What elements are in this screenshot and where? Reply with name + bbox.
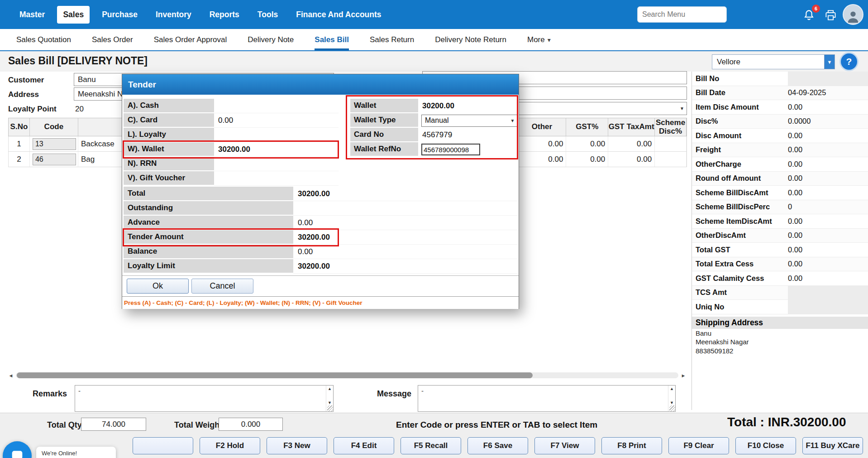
menu-inventory[interactable]: Inventory — [150, 6, 197, 24]
cell-sno: 2 — [9, 152, 30, 167]
tender-dialog-header: Tender — [122, 74, 519, 95]
cell-other: 0.00 — [518, 136, 567, 151]
select-arrow-icon: ▼ — [508, 115, 517, 126]
tab-sales-quotation[interactable]: Sales Quotation — [16, 29, 71, 50]
scroll-up-icon[interactable]: ▲ — [328, 386, 332, 391]
user-icon — [845, 9, 861, 24]
wallet-amount[interactable]: 30200.00 — [214, 142, 339, 157]
print-button[interactable] — [823, 7, 838, 23]
sidebar-row-gst-calamity-cess: GST Calamity Cess0.00 — [692, 271, 868, 286]
menu-master[interactable]: Master — [14, 6, 51, 24]
loyalty-amount[interactable] — [214, 128, 339, 142]
scroll-left-icon[interactable]: ◄ — [7, 373, 14, 378]
wallet-type-row: Wallet Type Manual ▼ — [350, 113, 517, 128]
scrollbar-track[interactable] — [16, 372, 678, 378]
tab-sales-order-approval[interactable]: Sales Order Approval — [154, 29, 227, 50]
tab-sales-order[interactable]: Sales Order — [92, 29, 133, 50]
sidebar-row-scheme-itemdiscamt: Scheme ItemDiscAmt0.00 — [692, 214, 868, 229]
summary-advance: Advance 0.00 — [124, 216, 518, 230]
search-input[interactable] — [637, 6, 727, 23]
tab-sales-bill[interactable]: Sales Bill — [315, 29, 349, 50]
rrn-amount[interactable] — [214, 157, 339, 171]
sidebar-row-item-disc-amount: Item Disc Amount0.00 — [692, 100, 868, 115]
card-amount[interactable]: 0.00 — [214, 113, 339, 128]
shipping-line: 8838509182 — [692, 347, 868, 356]
select-arrow-icon: ▼ — [677, 102, 687, 115]
gift-voucher-amount[interactable] — [214, 171, 339, 186]
payment-row-wallet: W). Wallet 30200.00 — [124, 142, 339, 157]
top-menu-bar: Master Sales Purchase Inventory Reports … — [0, 0, 868, 29]
cell-gst-taxamt: 0.00 — [608, 152, 655, 167]
wallet-value: 30200.00 — [418, 101, 454, 111]
cell-gst-taxamt: 0.00 — [608, 136, 655, 151]
scrollbar-thumb[interactable] — [17, 372, 533, 378]
tab-delivery-note[interactable]: Delivery Note — [248, 29, 294, 50]
sidebar-row-uniq-no: Uniq No — [692, 300, 868, 314]
wallet-refno-input[interactable] — [421, 144, 480, 155]
branch-select[interactable]: Vellore ▼ — [712, 54, 835, 69]
f4-edit-button[interactable]: F4 Edit — [334, 437, 394, 454]
horizontal-scrollbar: ◄ ► — [7, 371, 687, 379]
enter-code-hint: Enter Code or press ENTER or TAB to sele… — [396, 420, 597, 430]
avatar[interactable] — [843, 4, 863, 25]
tender-summary: Total 30200.00 Outstanding Advance 0.00 … — [124, 187, 518, 274]
total-weight-input[interactable] — [219, 418, 283, 431]
shipping-address-title: Shipping Address — [692, 317, 868, 329]
loyalty-point-label: Loyalty Point — [8, 105, 57, 114]
cell-scheme-disc — [655, 152, 687, 167]
shipping-line: Banu — [692, 329, 868, 338]
f8-print-button[interactable]: F8 Print — [601, 437, 662, 454]
f2-hold-button[interactable]: F2 Hold — [200, 437, 260, 454]
main-menu: Master Sales Purchase Inventory Reports … — [14, 0, 387, 29]
f3-new-button[interactable]: F3 New — [267, 437, 327, 454]
notifications-button[interactable]: 6 — [801, 7, 816, 23]
sidebar-row-bill-no: Bill No — [692, 72, 868, 86]
code-input[interactable] — [33, 138, 76, 150]
menu-sales[interactable]: Sales — [57, 6, 90, 24]
f10-close-button[interactable]: F10 Close — [735, 437, 796, 454]
f6-save-button[interactable]: F6 Save — [467, 437, 528, 454]
f7-view-button[interactable]: F7 View — [534, 437, 595, 454]
wallet-detail-panel: Wallet 30200.00 Wallet Type Manual ▼ Car… — [350, 99, 517, 157]
resize-handle[interactable] — [669, 405, 675, 411]
cell-scheme-disc — [655, 136, 687, 151]
help-button[interactable]: ? — [841, 53, 857, 70]
tab-delivery-note-return[interactable]: Delivery Note Return — [435, 29, 506, 50]
summary-total: Total 30200.00 — [124, 187, 518, 201]
sidebar-row-other-charge: OtherCharge0.00 — [692, 157, 868, 172]
cash-amount[interactable] — [214, 99, 339, 113]
ok-button[interactable]: Ok — [127, 279, 189, 294]
f11-buy-xcare-button[interactable]: F11 Buy XCare — [802, 437, 863, 454]
menu-finance-accounts[interactable]: Finance And Accounts — [290, 6, 387, 24]
chevron-down-icon: ▾ — [548, 36, 551, 43]
sidebar-row-otherdiscamt: OtherDiscAmt0.00 — [692, 229, 868, 243]
total-qty-input[interactable] — [81, 418, 146, 431]
code-input[interactable] — [33, 154, 76, 165]
scroll-down-icon[interactable]: ▼ — [328, 400, 332, 405]
message-textarea[interactable]: - — [418, 386, 668, 411]
sidebar-row-disc-amount: Disc Amount0.00 — [692, 129, 868, 143]
function-key-bar: F2 Hold F3 New F4 Edit F5 Recall F6 Save… — [133, 437, 863, 454]
card-no-row: Card No 4567979 — [350, 128, 517, 142]
f9-clear-button[interactable]: F9 Clear — [668, 437, 729, 454]
tab-sales-return[interactable]: Sales Return — [370, 29, 414, 50]
tender-dialog-title: Tender — [128, 80, 156, 90]
scroll-right-icon[interactable]: ► — [680, 373, 687, 378]
menu-purchase[interactable]: Purchase — [96, 6, 143, 24]
page-title: Sales Bill [DELIVERY NOTE] — [8, 55, 148, 67]
scroll-up-icon[interactable]: ▲ — [670, 386, 674, 391]
menu-reports[interactable]: Reports — [204, 6, 245, 24]
resize-handle[interactable] — [327, 405, 333, 411]
wallet-type-select[interactable]: Manual ▼ — [421, 115, 517, 127]
cancel-button[interactable]: Cancel — [191, 279, 253, 294]
header-scheme-disc: Scheme Disc% — [655, 118, 687, 136]
fkey-blank-button[interactable] — [133, 437, 193, 454]
remarks-textarea[interactable]: - — [75, 386, 325, 411]
summary-balance: Balance 0.00 — [124, 245, 518, 259]
scroll-down-icon[interactable]: ▼ — [670, 400, 674, 405]
tab-more[interactable]: More ▾ — [527, 29, 551, 50]
sidebar-row-total-gst: Total GST0.00 — [692, 243, 868, 257]
menu-tools[interactable]: Tools — [252, 6, 284, 24]
payment-mode-list: A). Cash C). Card 0.00 L). Loyalty W). W… — [124, 99, 339, 186]
f5-recall-button[interactable]: F5 Recall — [401, 437, 461, 454]
